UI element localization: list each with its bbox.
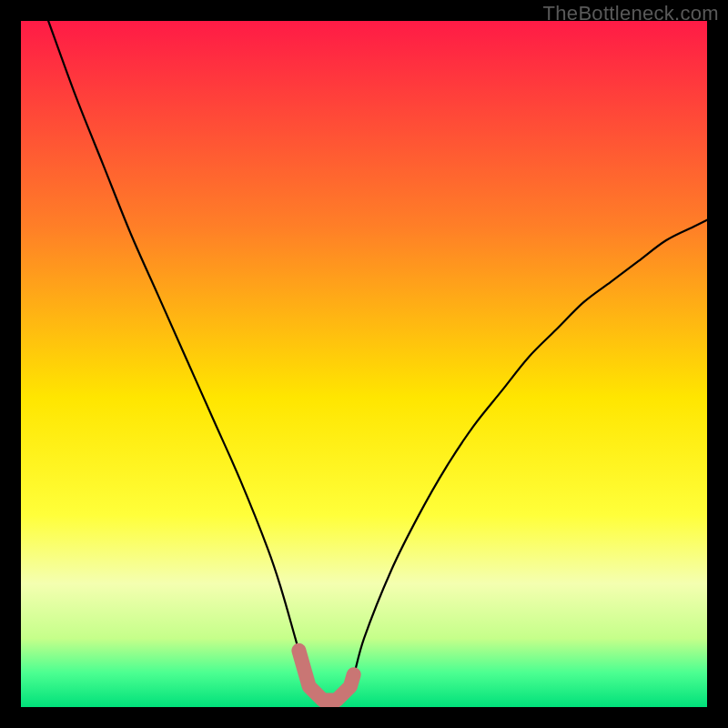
plot-background xyxy=(21,21,707,707)
bottleneck-chart xyxy=(21,21,707,707)
chart-frame: TheBottleneck.com xyxy=(0,0,728,728)
watermark-text: TheBottleneck.com xyxy=(543,2,719,25)
